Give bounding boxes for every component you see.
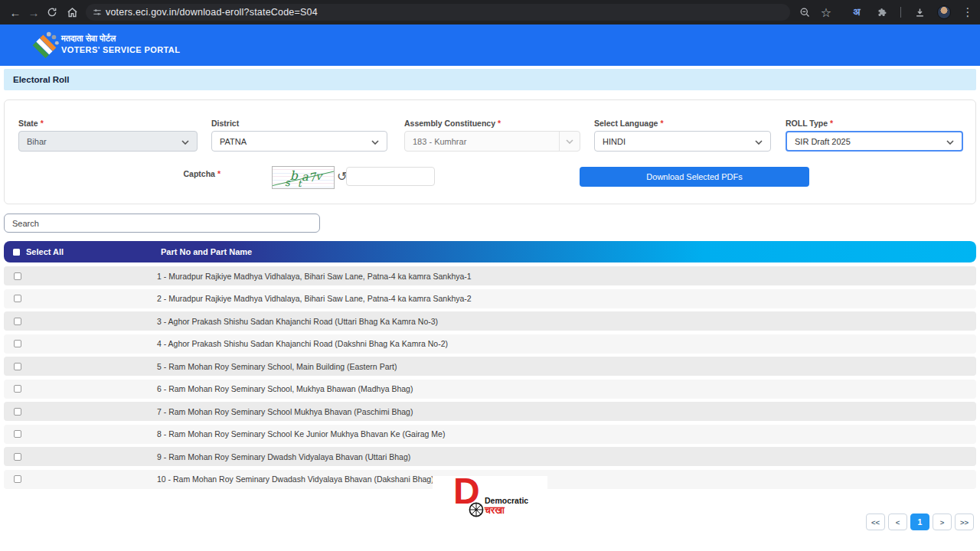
filter-card <box>4 99 976 204</box>
column-header-part: Part No and Part Name <box>161 247 252 256</box>
table-row[interactable]: 6 - Ram Mohan Roy Seminary School, Mukhy… <box>4 380 976 399</box>
bookmark-star-icon[interactable]: ☆ <box>818 0 835 24</box>
breadcrumb: Electoral Roll <box>4 69 976 90</box>
roll-type-value: SIR Draft 2025 <box>795 137 851 146</box>
captcha-image: sbta7v <box>272 166 335 189</box>
row-label: 3 - Aghor Prakash Shishu Sadan Khajanchi… <box>157 317 438 326</box>
chevron-down-icon <box>559 132 580 151</box>
portal-title-hindi: मतदाता सेवा पोर्टल <box>61 33 180 44</box>
screen: ← → voters.eci.gov.in/download-eroll?sta… <box>0 0 980 551</box>
chevron-down-icon <box>181 137 189 146</box>
row-checkbox[interactable] <box>14 318 21 325</box>
extensions-icon[interactable] <box>873 0 891 24</box>
chevron-down-icon <box>946 137 954 146</box>
table-header: Select All Part No and Part Name <box>4 241 976 262</box>
table-row[interactable]: 8 - Ram Mohan Roy Seminary School Ke Jun… <box>4 425 976 444</box>
zoom-out-icon[interactable] <box>796 0 813 24</box>
row-checkbox[interactable] <box>14 385 21 393</box>
table-row[interactable]: 9 - Ram Mohan Roy Seminary Dwadsh Vidyal… <box>4 447 976 466</box>
search-input[interactable] <box>4 214 320 233</box>
assembly-constituency-select[interactable]: 183 - Kumhrar <box>404 131 580 152</box>
language-value: HINDI <box>603 137 626 146</box>
home-icon[interactable] <box>64 0 80 24</box>
row-label: 2 - Muradpur Rajkiye Madhya Vidhalaya, B… <box>157 294 472 303</box>
pagination-prev-button[interactable]: < <box>888 514 907 530</box>
district-select[interactable]: PATNA <box>211 131 387 152</box>
portal-header: मतदाता सेवा पोर्टल VOTERS' SERVICE PORTA… <box>0 24 980 66</box>
row-checkbox[interactable] <box>14 272 21 280</box>
row-checkbox[interactable] <box>14 408 21 416</box>
district-value: PATNA <box>220 137 247 146</box>
chevron-down-icon <box>755 137 763 146</box>
chevron-down-icon <box>371 137 379 146</box>
assembly-constituency-label: Assembly Constituency* <box>404 119 501 128</box>
pagination-next-button[interactable]: > <box>933 514 952 530</box>
table-row[interactable]: 3 - Aghor Prakash Shishu Sadan Khajanchi… <box>4 311 976 331</box>
language-label: Select Language* <box>594 119 664 128</box>
democratic-charkha-watermark: D Democratic चरखा <box>433 476 547 527</box>
watermark-text-en: Democratic <box>485 496 528 505</box>
page-title: Electoral Roll <box>13 75 70 84</box>
downloads-icon[interactable] <box>911 0 928 24</box>
table-row[interactable]: 7 - Ram Mohan Roy Seminary School Mukhya… <box>4 402 976 421</box>
site-privacy-icon[interactable] <box>90 0 104 24</box>
row-checkbox[interactable] <box>14 295 21 302</box>
back-icon[interactable]: ← <box>8 0 23 24</box>
row-label: 1 - Muradpur Rajkiye Madhya Vidhalaya, B… <box>157 272 472 281</box>
captcha-label: Captcha* <box>130 169 220 178</box>
toolbar-divider <box>900 7 901 18</box>
table-row[interactable]: 4 - Aghor Prakash Shishu Sadan Khajanchi… <box>4 334 976 354</box>
portal-title-english: VOTERS' SERVICE PORTAL <box>61 44 180 56</box>
watermark-text-hi: चरखा <box>485 505 505 517</box>
table-row[interactable]: 1 - Muradpur Rajkiye Madhya Vidhalaya, B… <box>4 266 976 285</box>
portal-title: मतदाता सेवा पोर्टल VOTERS' SERVICE PORTA… <box>61 33 180 56</box>
pagination-page-1-button[interactable]: 1 <box>910 514 929 530</box>
browser-toolbar: ← → voters.eci.gov.in/download-eroll?sta… <box>0 0 980 24</box>
state-label: State* <box>18 119 44 128</box>
row-label: 8 - Ram Mohan Roy Seminary School Ke Jun… <box>157 429 445 439</box>
browser-menu-icon[interactable]: ⋮ <box>960 0 975 24</box>
row-label: 9 - Ram Mohan Roy Seminary Dwadsh Vidyal… <box>157 452 410 461</box>
row-label: 5 - Ram Mohan Roy Seminary School, Main … <box>157 362 397 371</box>
download-selected-pdfs-button[interactable]: Download Selected PDFs <box>580 167 809 187</box>
row-checkbox[interactable] <box>14 340 21 347</box>
roll-type-label: ROLL Type* <box>786 119 833 128</box>
forward-icon[interactable]: → <box>26 0 41 24</box>
table-row[interactable]: 5 - Ram Mohan Roy Seminary School, Main … <box>4 357 976 376</box>
row-label: 4 - Aghor Prakash Shishu Sadan Khajanchi… <box>157 339 448 348</box>
select-all-checkbox[interactable] <box>13 249 20 256</box>
row-label: 6 - Ram Mohan Roy Seminary School, Mukhy… <box>157 384 413 393</box>
row-checkbox[interactable] <box>14 453 21 461</box>
translate-icon[interactable]: अ <box>848 0 865 24</box>
state-select[interactable]: Bihar <box>18 131 198 152</box>
language-select[interactable]: HINDI <box>594 131 771 152</box>
table-body: 1 - Muradpur Rajkiye Madhya Vidhalaya, B… <box>4 266 976 492</box>
table-row[interactable]: 2 - Muradpur Rajkiye Madhya Vidhalaya, B… <box>4 289 976 308</box>
row-checkbox[interactable] <box>14 363 21 370</box>
row-checkbox[interactable] <box>14 475 21 483</box>
row-label: 10 - Ram Mohan Roy Seminary Dwadash Vidy… <box>157 474 434 484</box>
roll-type-select[interactable]: SIR Draft 2025 <box>786 131 963 152</box>
url-text[interactable]: voters.eci.gov.in/download-eroll?stateCo… <box>106 0 318 24</box>
charkha-wheel-icon <box>469 502 484 520</box>
pagination-first-button[interactable]: << <box>866 514 885 530</box>
assembly-constituency-value: 183 - Kumhrar <box>413 137 466 146</box>
row-checkbox[interactable] <box>14 430 21 438</box>
reload-icon[interactable] <box>44 0 60 24</box>
district-label: District <box>211 119 239 128</box>
pagination-last-button[interactable]: >> <box>955 514 974 530</box>
row-label: 7 - Ram Mohan Roy Seminary School Mukhya… <box>157 407 413 416</box>
select-all-label: Select All <box>26 247 64 256</box>
state-value: Bihar <box>27 137 47 146</box>
captcha-input[interactable] <box>346 167 435 186</box>
pagination: << < 1 > >> <box>866 514 974 530</box>
eci-logo-icon <box>29 29 61 64</box>
profile-avatar[interactable] <box>937 5 951 19</box>
